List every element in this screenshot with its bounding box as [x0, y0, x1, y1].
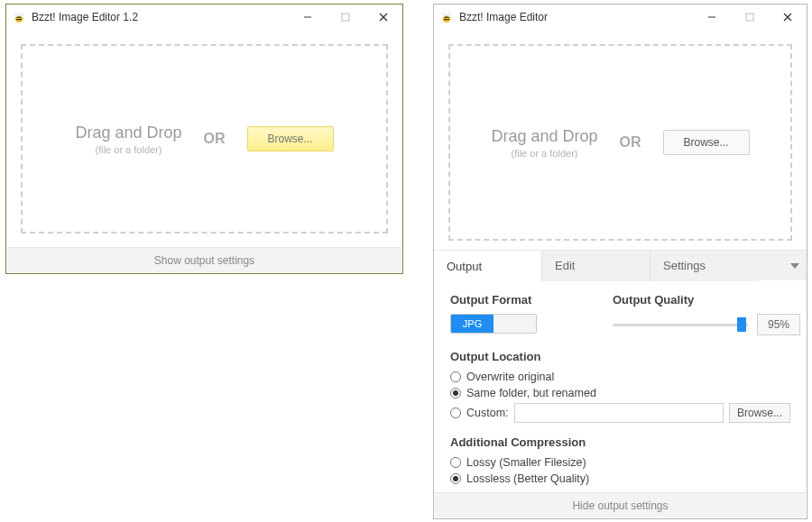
quality-value: 95% [757, 314, 800, 335]
tab-output[interactable]: Output [434, 251, 542, 281]
browse-button[interactable]: Browse... [247, 126, 334, 151]
titlebar: Bzzt! Image Editor [434, 5, 807, 30]
close-button[interactable] [364, 5, 402, 30]
window-title: Bzzt! Image Editor [459, 11, 693, 23]
or-separator: OR [620, 134, 641, 151]
dropzone-main-text: Drag and Drop [75, 124, 181, 142]
main-window-expanded: Bzzt! Image Editor Drag and Drop (file o… [433, 4, 807, 519]
compression-lossy-row[interactable]: Lossy (Smaller Filesize) [450, 456, 790, 469]
minimize-button[interactable] [693, 5, 731, 30]
minimize-button[interactable] [289, 5, 327, 30]
dropzone[interactable]: Drag and Drop (file or a folder) OR Brow… [21, 44, 388, 234]
radio-icon [450, 408, 461, 418]
location-overwrite-label: Overwrite original [466, 371, 554, 383]
location-same-folder-label: Same folder, but renamed [466, 387, 596, 399]
location-custom-row[interactable]: Custom: Browse... [450, 403, 790, 423]
dropzone-sub-text: (file or a folder) [491, 148, 597, 159]
compression-lossless-row[interactable]: Lossless (Better Quality) [450, 472, 790, 485]
window-title: Bzzt! Image Editor 1.2 [32, 11, 289, 23]
dropzone[interactable]: Drag and Drop (file or a folder) OR Brow… [448, 44, 792, 241]
browse-button[interactable]: Browse... [663, 130, 750, 155]
close-button[interactable] [769, 5, 807, 30]
custom-browse-button[interactable]: Browse... [729, 403, 790, 423]
format-toggle[interactable]: JPG [450, 314, 537, 334]
maximize-button[interactable] [731, 5, 769, 30]
radio-icon [450, 457, 461, 468]
svg-point-12 [442, 12, 447, 17]
dropzone-container: Drag and Drop (file or a folder) OR Brow… [434, 30, 807, 250]
compression-lossless-label: Lossless (Better Quality) [466, 472, 589, 485]
format-option-png[interactable] [494, 315, 536, 333]
compression-lossy-label: Lossy (Smaller Filesize) [466, 456, 586, 469]
svg-point-4 [20, 12, 24, 17]
tab-bar: Output Edit Settings [434, 250, 807, 280]
dropzone-text: Drag and Drop (file or a folder) [491, 127, 597, 159]
or-separator: OR [204, 131, 226, 147]
maximize-button[interactable] [327, 5, 364, 30]
dropzone-sub-text: (file or a folder) [75, 144, 181, 155]
titlebar: Bzzt! Image Editor 1.2 [6, 5, 402, 30]
output-quality-title: Output Quality [613, 293, 800, 307]
compression-title: Additional Compression [450, 435, 790, 449]
custom-path-input[interactable] [514, 403, 724, 423]
hide-output-settings-button[interactable]: Hide output settings [435, 492, 806, 517]
output-location-title: Output Location [450, 350, 790, 363]
slider-thumb[interactable] [737, 317, 746, 332]
svg-rect-6 [342, 14, 349, 21]
svg-rect-2 [16, 19, 22, 20]
show-output-settings-button[interactable]: Show output settings [7, 247, 401, 272]
dropzone-text: Drag and Drop (file or a folder) [75, 124, 181, 155]
radio-icon [450, 473, 461, 484]
svg-point-3 [14, 12, 19, 17]
tab-edit[interactable]: Edit [542, 251, 651, 281]
chevron-down-icon[interactable] [790, 263, 799, 269]
svg-rect-11 [444, 19, 449, 20]
bee-icon [439, 10, 454, 24]
radio-icon [450, 371, 461, 382]
dropzone-main-text: Drag and Drop [491, 127, 597, 146]
slider-track [613, 324, 748, 326]
svg-rect-15 [746, 14, 753, 21]
tab-settings[interactable]: Settings [651, 251, 759, 281]
location-custom-label: Custom: [466, 407, 509, 419]
main-window-collapsed: Bzzt! Image Editor 1.2 Drag and Drop (fi… [5, 4, 403, 274]
location-overwrite-row[interactable]: Overwrite original [450, 371, 790, 383]
output-panel: Output Format JPG Output Quality 95% Out… [434, 280, 807, 498]
radio-icon [450, 388, 461, 398]
output-format-title: Output Format [450, 293, 586, 307]
quality-slider[interactable] [613, 316, 748, 334]
format-option-jpg[interactable]: JPG [451, 315, 494, 333]
location-same-folder-row[interactable]: Same folder, but renamed [450, 387, 790, 399]
svg-point-13 [448, 12, 452, 17]
dropzone-container: Drag and Drop (file or a folder) OR Brow… [6, 30, 402, 243]
bee-icon [12, 10, 26, 24]
